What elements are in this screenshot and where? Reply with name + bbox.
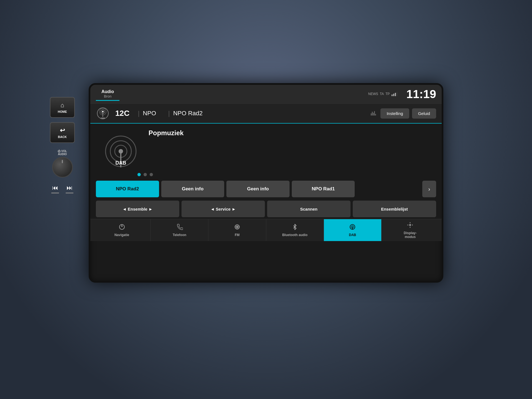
main-content: DAB Popmuziek <box>90 124 442 179</box>
preset-npo-rad2[interactable]: NPO Rad2 <box>96 181 159 197</box>
signal-bar-4 <box>397 92 398 96</box>
dab-nav-label: DAB <box>349 233 356 237</box>
home-icon: ⌂ <box>60 102 64 109</box>
geluid-button[interactable]: Geluid <box>412 108 436 119</box>
telefoon-icon <box>176 224 183 232</box>
skip-prev-button[interactable]: ⏮ <box>51 184 59 193</box>
channel-name-npo: NPO <box>143 110 156 117</box>
display-modus-label: Display-modus <box>404 231 417 239</box>
wave-5 <box>375 114 376 116</box>
waveform-indicator <box>371 111 376 116</box>
scannen-button[interactable]: Scannen <box>267 201 351 217</box>
dot-3 <box>150 173 153 176</box>
svg-point-18 <box>352 226 353 227</box>
signal-bar-1 <box>392 94 393 96</box>
fm-icon <box>234 224 241 232</box>
skip-next-bar <box>66 193 73 193</box>
volume-knob-container: ⏻ VOLAUDIO <box>52 150 73 178</box>
back-icon: ↩ <box>60 127 65 134</box>
wave-1 <box>371 113 372 116</box>
bluetooth-audio-label: Bluetooth audio <box>282 233 307 237</box>
now-playing-text: Popmuziek <box>149 129 433 137</box>
home-label: HOME <box>58 110 67 113</box>
signal-indicator <box>392 92 398 96</box>
svg-text:DAB: DAB <box>101 117 105 119</box>
vol-label: ⏻ VOLAUDIO <box>58 150 67 156</box>
dab-nav-icon <box>349 224 356 232</box>
nav-telefoon[interactable]: Telefoon <box>151 219 208 241</box>
skip-controls: ⏮ ⏭ <box>51 184 73 193</box>
dab-logo-area: DAB <box>99 129 143 171</box>
dots-indicator <box>137 173 153 176</box>
channel-name-npo-rad2: NPO Rad2 <box>173 110 369 117</box>
dab-badge-svg: DAB <box>97 107 109 119</box>
dab-badge: DAB <box>96 106 110 120</box>
ta-tag: TA <box>380 92 384 96</box>
signal-bar-3 <box>395 93 396 96</box>
ensemble-button[interactable]: ◄ Ensemble ► <box>96 201 179 217</box>
fm-label: FM <box>235 233 239 237</box>
svg-text:DAB: DAB <box>116 160 126 166</box>
wave-3 <box>373 113 374 116</box>
dot-1 <box>137 173 141 176</box>
ensemblelijst-button[interactable]: Ensemblelijst <box>353 201 436 217</box>
top-bar: Audio Bron NEWS TA TP <box>90 85 442 104</box>
top-status: NEWS TA TP 11:19 <box>368 88 436 101</box>
svg-point-14 <box>236 226 238 228</box>
preset-geen-info-2[interactable]: Geen info <box>226 181 290 197</box>
back-button[interactable]: ↩ BACK <box>50 122 75 143</box>
status-tags: NEWS TA TP <box>368 92 399 96</box>
nav-bluetooth-audio[interactable]: Bluetooth audio <box>266 219 324 241</box>
screen-container: ⌂ HOME ↩ BACK ⏻ VOLAUDIO ⏮ ⏭ <box>89 83 443 294</box>
wave-2 <box>372 112 373 116</box>
dab-logo-svg: DAB <box>101 132 140 171</box>
nav-dab[interactable]: DAB <box>324 219 382 241</box>
preset-next-button[interactable]: › <box>422 181 436 197</box>
audio-source-tab[interactable]: Audio Bron <box>96 88 119 101</box>
volume-knob[interactable] <box>52 157 73 178</box>
back-label: BACK <box>58 135 67 139</box>
signal-bar-2 <box>393 94 394 96</box>
news-tag: NEWS <box>368 92 378 96</box>
left-controls: ⌂ HOME ↩ BACK ⏻ VOLAUDIO ⏮ ⏭ <box>50 97 75 193</box>
channel-divider-1: | <box>138 109 139 117</box>
preset-area: NPO Rad2 Geen info Geen info NPO Rad1 › <box>90 179 442 199</box>
info-area: Popmuziek <box>143 129 433 140</box>
telefoon-label: Telefoon <box>173 233 186 237</box>
dot-2 <box>144 173 147 176</box>
wave-4 <box>374 111 375 116</box>
channel-buttons: Instelling Geluid <box>380 108 436 119</box>
nav-display-modus[interactable]: Display-modus <box>382 219 439 241</box>
bron-label: Bron <box>104 94 111 98</box>
tp-tag: TP <box>385 92 390 96</box>
display-modus-icon <box>407 222 413 230</box>
channel-divider-2: | <box>164 109 170 117</box>
control-row: ◄ Ensemble ► ◄ Service ► Scannen Ensembl… <box>90 199 442 219</box>
channel-bar: DAB 12C | NPO | NPO Rad2 Instelling <box>90 104 442 124</box>
nav-fm[interactable]: FM <box>208 219 266 241</box>
service-button[interactable]: ◄ Service ► <box>181 201 265 217</box>
svg-point-20 <box>409 224 411 226</box>
skip-next-icon: ⏭ <box>66 184 73 191</box>
navigatie-label: Navigatie <box>114 233 129 237</box>
skip-prev-icon: ⏮ <box>52 184 58 191</box>
nav-navigatie[interactable]: Navigatie <box>93 219 151 241</box>
bluetooth-icon <box>291 224 298 232</box>
infotainment-screen: Audio Bron NEWS TA TP <box>89 83 443 283</box>
bottom-nav: Navigatie Telefoon FM <box>90 219 442 241</box>
audio-label: Audio <box>101 89 114 94</box>
skip-next-button[interactable]: ⏭ <box>66 184 73 193</box>
preset-geen-info-1[interactable]: Geen info <box>161 181 224 197</box>
car-dashboard: ⌂ HOME ↩ BACK ⏻ VOLAUDIO ⏮ ⏭ <box>0 0 532 399</box>
preset-npo-rad1[interactable]: NPO Rad1 <box>292 181 355 197</box>
home-button[interactable]: ⌂ HOME <box>50 97 75 118</box>
instelling-button[interactable]: Instelling <box>380 108 409 119</box>
channel-number: 12C <box>115 109 129 118</box>
navigatie-icon <box>119 224 125 232</box>
skip-prev-bar <box>51 193 59 193</box>
clock-display: 11:19 <box>406 88 436 101</box>
